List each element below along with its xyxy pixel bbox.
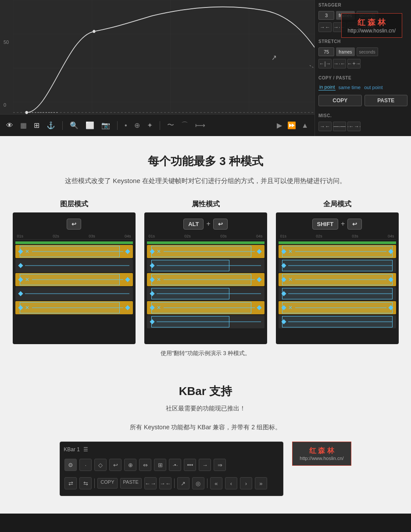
property-hotkey: ALT + ↩ (144, 212, 267, 233)
out-point-tab[interactable]: out point (363, 84, 383, 90)
layer-mode-title: 图层模式 (60, 200, 88, 209)
copy-button[interactable]: COPY (318, 95, 362, 106)
shift-key: SHIFT (312, 219, 339, 230)
curve-icon[interactable]: ⌒ (179, 120, 190, 131)
grid-icon[interactable]: ▦ (18, 120, 29, 130)
kbar-copy-btn[interactable]: COPY (97, 478, 117, 489)
prop-return-key: ↩ (213, 219, 228, 230)
toolbar-sep3 (160, 121, 160, 130)
misc-label: MISC. (318, 113, 407, 118)
kbar-circle-icon[interactable]: ◎ (192, 477, 204, 489)
curve-editor: 50 0 ↗ (0, 0, 315, 136)
zoom-icon[interactable]: 🔍 (68, 120, 80, 130)
kbar-sep2 (174, 478, 175, 488)
kbar-spread-icon[interactable]: ⇔ (139, 459, 151, 471)
main-title: 每个功能最多 3 种模式 (9, 154, 402, 169)
global-mode-col: 全局模式 SHIFT + ↩ 01s 02s 03s 04s (276, 200, 399, 344)
layer-track-y3: ✕ (15, 301, 133, 314)
dot3-icon[interactable]: ✦ (145, 120, 154, 130)
toolbar-sep2 (117, 121, 118, 130)
kbar-dots-icon[interactable]: ••• (184, 459, 196, 471)
kbar-diag-icon[interactable]: ↗ (177, 477, 189, 489)
kbar-icons-row1: ⚙ · ◇ ↩ ⊕ ⇔ ⊞ ·•· ••• → ⇒ (64, 457, 279, 473)
stretch-frames-btn[interactable]: frames (336, 47, 355, 56)
property-timeline: 01s 02s 03s 04s ✕ (144, 233, 267, 328)
kbar-gear-icon[interactable]: ⚙ (64, 459, 77, 471)
misc-btn2[interactable]: —·— (333, 122, 346, 131)
paste-button[interactable]: PASTE (365, 95, 408, 106)
stagger-label: STAGGER (318, 3, 407, 7)
y-label-50: 50 (4, 40, 9, 45)
copy-paste-btns: COPY PASTE (318, 95, 407, 106)
speed-icon[interactable]: ⏩ (286, 120, 298, 130)
stretch-value[interactable] (318, 47, 334, 56)
layer-track-y2: ✕ (15, 273, 133, 286)
layer-kf1: ✕ (15, 245, 133, 258)
line-icon[interactable]: ⟼ (193, 120, 207, 130)
global-return-key: ↩ (347, 219, 362, 230)
sub-text: 这些模式改变了 Keystone 在处理关键帧时对它们进行分组的方式，并且可以使… (9, 175, 402, 187)
copy-paste-label: COPY / PASTE (318, 75, 407, 80)
layer-track-y1: ✕ (15, 245, 133, 258)
stagger-value[interactable] (318, 11, 334, 20)
svg-line-15 (310, 65, 315, 76)
watermark2: 红 森 林 http://www.hoslin.cn/ (292, 442, 351, 466)
kbar-lr-icon[interactable]: ←→ (144, 477, 157, 489)
kbar-arrow2-icon[interactable]: ⇒ (214, 459, 226, 471)
same-time-tab[interactable]: same time (337, 84, 361, 90)
watermark2-title: 红 森 林 (300, 446, 343, 456)
kbar-dbl-left[interactable]: « (210, 477, 222, 489)
kbar-dot-icon[interactable]: · (79, 459, 92, 471)
kbar-arrow-right-icon[interactable]: → (199, 459, 211, 471)
top-section: 50 0 ↗ (0, 0, 411, 136)
layer-ruler: 01s 02s 03s 04s (15, 233, 133, 240)
misc-icons: →← —·— ·←→· (318, 122, 407, 131)
stagger-btn1[interactable]: →← (318, 22, 332, 32)
layer-track-d1 (15, 259, 133, 272)
kbar-rarrow-icon[interactable]: →← (159, 477, 172, 489)
anchor-icon[interactable]: ⚓ (45, 120, 57, 130)
kbar-dbl-right[interactable]: » (255, 477, 267, 489)
dot2-icon[interactable]: ⊕ (132, 120, 142, 130)
stretch-btn1[interactable]: ←|→ (318, 59, 332, 68)
kbar-anchor-icon[interactable]: ⊕ (124, 459, 136, 471)
stretch-btn3[interactable]: ←+→ (347, 59, 361, 68)
kbar-dot2-icon[interactable]: ·•· (169, 459, 181, 471)
kbar-single-right[interactable]: › (240, 477, 252, 489)
middle-section: 每个功能最多 3 种模式 这些模式改变了 Keystone 在处理关键帧时对它们… (0, 136, 411, 370)
kbar-title: KBar 支持 (9, 384, 402, 399)
kbar-misc1[interactable]: ⇄ (64, 477, 77, 489)
play-icon[interactable]: ▶ (275, 120, 284, 130)
stretch-seconds-btn[interactable]: seconds (357, 47, 378, 56)
modes-caption: 使用"翻转"功能示例演示 3 种模式。 (9, 349, 402, 357)
kbar-sub2: 所有 Keystone 功能都与 KBar 兼容，并带有 2 组图标。 (9, 422, 402, 433)
global-mode-img: SHIFT + ↩ 01s 02s 03s 04s (276, 212, 399, 344)
global-timeline: 01s 02s 03s 04s ✕ (276, 233, 399, 328)
kbar-panel: KBar 1 ☰ ⚙ · ◇ ↩ ⊕ ⇔ ⊞ ·•· ••• → ⇒ ⇄ ⇆ (60, 442, 283, 496)
alt-key: ALT (183, 219, 204, 230)
wave-icon[interactable]: 〜 (165, 120, 176, 131)
camera-icon[interactable]: 📷 (100, 120, 112, 130)
frame-icon[interactable]: ⬜ (84, 120, 96, 130)
eye-icon[interactable]: 👁 (4, 121, 15, 130)
kbar-paste-btn[interactable]: PASTE (120, 478, 142, 489)
stretch-row: frames seconds (318, 47, 407, 56)
kbar-misc2[interactable]: ⇆ (79, 477, 92, 489)
misc-btn3[interactable]: ·←→· (347, 122, 361, 131)
kbar-diamond-icon[interactable]: ◇ (94, 459, 107, 471)
kbar-spread2-icon[interactable]: ⊞ (154, 459, 166, 471)
kbar-flip-icon[interactable]: ↩ (109, 459, 122, 471)
dot-icon[interactable]: • (123, 121, 129, 130)
global-mode-title: 全局模式 (323, 200, 351, 209)
in-point-tab[interactable]: in point (318, 84, 336, 90)
misc-btn1[interactable]: →← (318, 122, 332, 131)
stretch-btn2[interactable]: →·← (333, 59, 346, 68)
keyframe-icon[interactable]: ⊞ (32, 120, 41, 130)
kbar-sep1 (94, 478, 95, 488)
kbar-single-left[interactable]: ‹ (225, 477, 237, 489)
svg-text:↗: ↗ (272, 54, 277, 61)
kf-d1 (18, 249, 23, 254)
arrow-up-icon[interactable]: ▲ (300, 121, 310, 130)
layer-track-d2 (15, 287, 133, 300)
kf-d2 (125, 249, 130, 254)
